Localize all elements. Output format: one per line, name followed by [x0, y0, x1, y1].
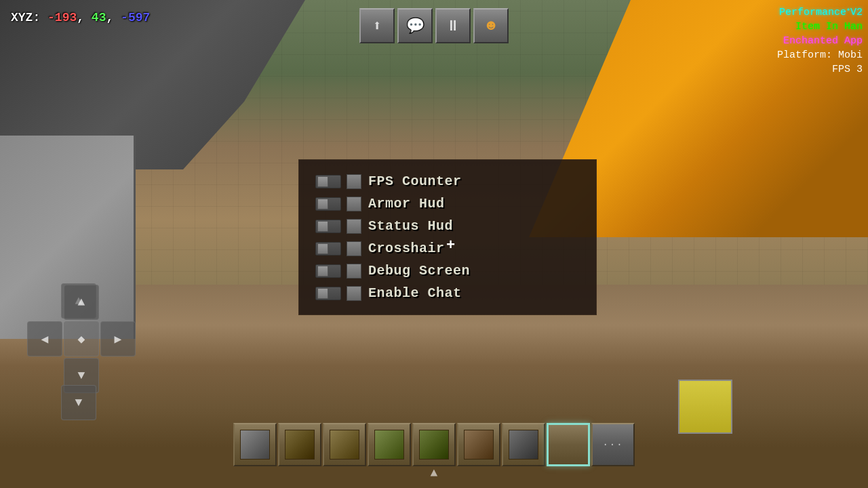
menu-icon-crosshair	[347, 241, 361, 256]
bottom-extra-controls: ▼	[61, 385, 96, 420]
dpad-right[interactable]: ▶	[100, 321, 136, 357]
slot-item-6	[464, 430, 494, 460]
dpad-left[interactable]: ◀	[27, 321, 62, 357]
toggle-knob-crosshair	[317, 243, 328, 254]
toggle-knob-debug	[317, 266, 328, 277]
hotbar-slot-2[interactable]	[278, 423, 321, 466]
slot-item-1	[240, 430, 270, 460]
dpad-center[interactable]: ◆	[64, 321, 99, 357]
sneak-button[interactable]: ▼	[61, 385, 96, 420]
toggle-knob-chat	[317, 288, 328, 299]
dpad-down-icon: ▼	[78, 369, 85, 382]
scroll-indicator: ▲	[431, 466, 438, 480]
perf-line-4: Platform: Mobi	[777, 48, 863, 62]
dpad-empty-tr	[100, 285, 136, 320]
menu-label-fps-counter: FPS Counter	[368, 174, 462, 189]
dpad-empty-bl	[27, 358, 62, 393]
slot-item-5	[419, 430, 449, 460]
player-button[interactable]: ☻	[473, 8, 509, 43]
menu-icon-status	[347, 219, 361, 234]
menu-item-armor-hud[interactable]: Armor Hud	[315, 196, 580, 211]
menu-icon-armor	[347, 197, 361, 211]
dpad-up-icon: ▲	[78, 296, 85, 309]
pause-icon: ⏸	[446, 17, 460, 35]
menu-label-enable-chat: Enable Chat	[368, 285, 462, 301]
slot-item-7	[509, 430, 538, 460]
menu-item-fps-counter[interactable]: FPS Counter	[315, 174, 580, 189]
toggle-knob-status	[317, 221, 328, 232]
dpad-empty-tl	[27, 285, 62, 320]
hotbar-slot-1[interactable]	[233, 423, 277, 466]
cursor-icon: ⬆	[372, 17, 381, 35]
slot-item-3	[330, 430, 359, 460]
menu-label-armor-hud: Armor Hud	[368, 196, 445, 211]
hotbar-slot-9[interactable]: ···	[591, 423, 635, 466]
menu-item-crosshair[interactable]: Crosshair	[315, 241, 580, 256]
menu-item-status-hud[interactable]: Status Hud	[315, 218, 580, 234]
pause-button[interactable]: ⏸	[435, 8, 471, 43]
perf-item-label: Item In Han	[795, 21, 863, 33]
slot-item-4	[374, 430, 404, 460]
cursor-button[interactable]: ⬆	[359, 8, 395, 43]
dpad: ▲ ◀ ◆ ▶ ▼	[27, 285, 136, 393]
menu-icon-fps	[347, 174, 361, 189]
menu-icon-debug	[347, 264, 361, 279]
perf-platform-val: Mobi	[838, 49, 863, 61]
performance-overlay: PerformanceᐩV2 Item In Han Enchanted App…	[777, 5, 863, 77]
toggle-status-hud[interactable]	[315, 220, 341, 233]
toggle-crosshair[interactable]	[315, 242, 341, 256]
toggle-knob-armor	[317, 199, 328, 209]
top-hud: ⬆ 💬 ⏸ ☻	[359, 8, 509, 43]
hotbar-slot-8[interactable]	[547, 423, 590, 466]
hotbar-slot-7[interactable]	[502, 423, 545, 466]
perf-line-2: Item In Han	[777, 20, 863, 34]
dots-icon: ···	[602, 439, 623, 450]
toggle-debug-screen[interactable]	[315, 264, 341, 278]
chat-icon: 💬	[406, 17, 425, 35]
toggle-fps-counter[interactable]	[315, 175, 341, 188]
dpad-empty-br	[100, 358, 136, 393]
scroll-arrow-icon: ▲	[431, 466, 438, 480]
menu-item-enable-chat[interactable]: Enable Chat	[315, 285, 580, 301]
xyz-label: XYZ:	[11, 11, 40, 24]
menu-label-crosshair: Crosshair	[368, 241, 445, 256]
perf-fps-label: FPS	[832, 64, 850, 75]
settings-menu: FPS Counter Armor Hud Status Hud Crossha…	[298, 159, 597, 315]
toggle-knob-fps	[317, 176, 328, 187]
down-arrow-icon: ▼	[75, 396, 83, 409]
perf-fps-val: 3	[856, 64, 863, 75]
perf-platform-label: Platform:	[777, 49, 832, 61]
menu-icon-chat	[347, 286, 361, 301]
menu-label-status-hud: Status Hud	[368, 218, 453, 234]
perf-line-1: PerformanceᐩV2	[777, 5, 863, 20]
perf-line-5: FPS 3	[777, 62, 863, 77]
toggle-armor-hud[interactable]	[315, 197, 341, 211]
xyz-display: XYZ: -193, 43, -597	[11, 11, 150, 24]
hotbar-slot-6[interactable]	[457, 423, 500, 466]
perf-enchanted-label: Enchanted App	[783, 35, 863, 47]
player-icon: ☻	[486, 18, 495, 35]
xyz-x: -193	[47, 11, 77, 24]
dpad-left-icon: ◀	[41, 331, 49, 346]
hotbar-slot-4[interactable]	[368, 423, 411, 466]
hotbar-slot-5[interactable]	[412, 423, 456, 466]
slot-item-2	[285, 430, 315, 460]
chat-button[interactable]: 💬	[397, 8, 433, 43]
perf-line-3: Enchanted App	[777, 34, 863, 48]
movement-controls: ▲ ◀ ◆ ▶ ▼	[27, 285, 136, 393]
menu-label-debug-screen: Debug Screen	[368, 263, 470, 279]
xyz-y: 43	[92, 11, 106, 24]
player-body	[678, 380, 732, 434]
xyz-z: -597	[121, 11, 150, 24]
toggle-enable-chat[interactable]	[315, 287, 341, 300]
dpad-center-icon: ◆	[78, 331, 85, 346]
hotbar: ···	[233, 423, 635, 466]
dpad-right-icon: ▶	[115, 331, 122, 346]
dpad-up[interactable]: ▲	[64, 285, 99, 320]
hotbar-slot-3[interactable]	[323, 423, 366, 466]
menu-item-debug-screen[interactable]: Debug Screen	[315, 263, 580, 279]
